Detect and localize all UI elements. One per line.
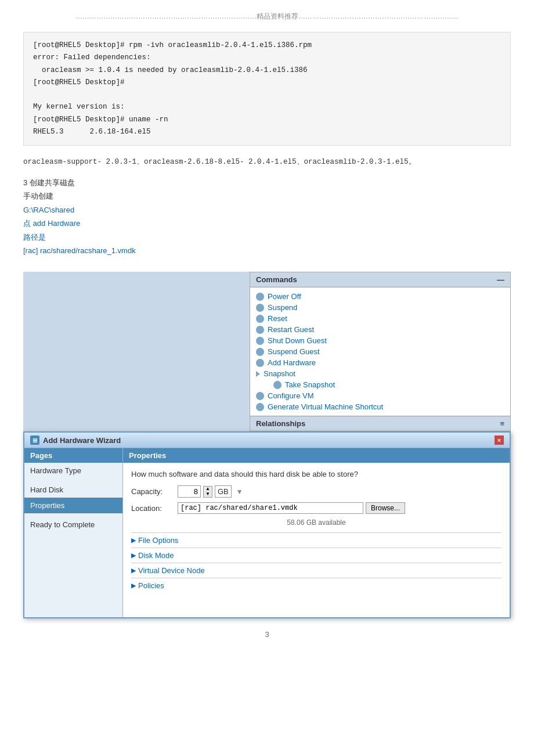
cmd-label: Generate Virtual Machine Shortcut — [268, 402, 383, 411]
commands-left-panel — [23, 272, 250, 431]
section-title: 3 创建共享磁盘 — [23, 176, 511, 189]
dialog-pages-panel: Pages Hardware Type Hard Disk Properties… — [24, 448, 123, 617]
commands-header: Commands — — [250, 272, 510, 287]
cmd-label: Add Hardware — [268, 358, 316, 367]
cmd-add-hardware[interactable]: Add Hardware — [256, 357, 504, 368]
disk-mode-section[interactable]: ▶ Disk Mode — [131, 548, 501, 563]
cmd-label: Configure VM — [268, 391, 313, 400]
cmd-restart-guest[interactable]: Restart Guest — [256, 324, 504, 335]
bullet-icon — [256, 392, 264, 400]
capacity-spinner: ▲ ▼ — [203, 486, 212, 498]
cmd-label: Shut Down Guest — [268, 336, 327, 345]
disk-mode-label: Disk Mode — [138, 551, 174, 560]
location-input[interactable] — [178, 502, 363, 514]
dialog-overlay: ⊞ Add Hardware Wizard × Pages Hardware T… — [23, 431, 511, 618]
link-add-hardware[interactable]: 点 add Hardware — [23, 219, 80, 228]
page-hardware-type[interactable]: Hardware Type — [24, 463, 122, 478]
page-ready-to-complete[interactable]: Ready to Complete — [24, 517, 122, 532]
code-line-6: [root@RHEL5 Desktop]# uname -rn — [33, 114, 501, 126]
code-line-5: My kernel version is: — [33, 101, 501, 113]
dialog-titlebar: ⊞ Add Hardware Wizard × — [24, 433, 510, 448]
bullet-icon — [273, 381, 282, 389]
capacity-input-group: ▲ ▼ GB ▼ — [178, 485, 243, 498]
available-text: 58.06 GB available — [131, 519, 501, 527]
cmd-suspend-guest[interactable]: Suspend Guest — [256, 346, 504, 357]
page-properties[interactable]: Properties — [24, 498, 122, 513]
code-line-1: [root@RHEL5 Desktop]# rpm -ivh oracleasm… — [33, 39, 501, 52]
cmd-generate-shortcut[interactable]: Generate Virtual Machine Shortcut — [256, 401, 504, 412]
paragraph1: oracleasm-support- 2.0.3-1、oracleasm-2.6… — [23, 156, 511, 168]
spinner-down-button[interactable]: ▼ — [204, 492, 212, 497]
capacity-unit: GB — [215, 485, 232, 498]
cmd-snapshot[interactable]: Snapshot — [256, 368, 504, 379]
wizard-icon: ⊞ — [30, 435, 39, 445]
commands-list: Power Off Suspend Reset Restart Guest — [250, 287, 510, 416]
cmd-power-off[interactable]: Power Off — [256, 291, 504, 302]
expand-arrow-icon: ▶ — [131, 567, 136, 574]
cmd-label: Restart Guest — [268, 325, 314, 334]
cmd-label: Suspend Guest — [268, 347, 320, 356]
link-rac-shared[interactable]: G:\RAC\shared — [23, 206, 74, 214]
code-line-4: [root@RHEL5 Desktop]# — [33, 77, 501, 89]
section-block: 3 创建共享磁盘 手动创建 G:\RAC\shared 点 add Hardwa… — [23, 176, 511, 257]
header-dots: ……………………………………………………………………精品资料推荐……………………… — [23, 12, 511, 21]
cmd-take-snapshot[interactable]: Take Snapshot — [256, 379, 504, 390]
expand-arrow-icon — [256, 371, 260, 377]
cmd-label: Take Snapshot — [285, 380, 335, 389]
cmd-label: Power Off — [268, 292, 301, 301]
code-block: [root@RHEL5 Desktop]# rpm -ivh oracleasm… — [23, 32, 511, 146]
expand-arrow-icon: ▶ — [131, 582, 136, 589]
browse-button[interactable]: Browse... — [366, 502, 405, 514]
page-hard-disk[interactable]: Hard Disk — [24, 482, 122, 498]
bullet-icon — [256, 403, 264, 411]
dialog-close-button[interactable]: × — [495, 435, 504, 445]
commands-panel: Commands — Power Off Suspend Reset — [250, 272, 511, 431]
expand-arrow-icon: ▶ — [131, 537, 136, 544]
relationships-title: Relationships — [256, 419, 305, 428]
expand-arrow-icon: ▶ — [131, 552, 136, 559]
page-number: 3 — [23, 618, 511, 645]
policies-label: Policies — [138, 581, 164, 590]
bullet-icon — [256, 304, 264, 312]
pages-header: Pages — [24, 448, 122, 463]
capacity-row: Capacity: ▲ ▼ GB ▼ — [131, 485, 501, 498]
location-row: Location: Browse... — [131, 502, 501, 514]
props-question: How much software and data should this h… — [131, 470, 501, 478]
bullet-icon — [256, 315, 264, 323]
code-line-2: error: Failed dependencies: — [33, 52, 501, 64]
policies-section[interactable]: ▶ Policies — [131, 578, 501, 593]
cmd-label: Snapshot — [264, 369, 295, 378]
bullet-icon — [256, 359, 264, 367]
dialog-title-area: ⊞ Add Hardware Wizard — [30, 435, 121, 445]
props-header: Properties — [123, 448, 510, 463]
code-line-3: oracleasm >= 1.0.4 is needed by oracleas… — [33, 64, 501, 77]
link-path[interactable]: 路径是 — [23, 233, 46, 242]
link-vmdk[interactable]: [rac] rac/shared/racshare_1.vmdk — [23, 246, 136, 255]
props-content: How much software and data should this h… — [123, 463, 510, 617]
cmd-label: Reset — [268, 314, 287, 323]
dialog-body: Pages Hardware Type Hard Disk Properties… — [24, 448, 510, 617]
unit-dropdown-arrow[interactable]: ▼ — [236, 488, 243, 496]
cmd-label: Suspend — [268, 303, 297, 312]
virtual-device-node-section[interactable]: ▶ Virtual Device Node — [131, 563, 501, 578]
relationships-header: Relationships ≡ — [250, 416, 510, 431]
code-line-7: RHEL5.3 2.6.18-164.el5 — [33, 126, 501, 138]
bullet-icon — [256, 326, 264, 334]
section-subtitle: 手动创建 — [23, 189, 511, 203]
virtual-device-node-label: Virtual Device Node — [138, 566, 205, 575]
file-options-label: File Options — [138, 536, 178, 545]
bullet-icon — [256, 293, 264, 301]
dialog-title-text: Add Hardware Wizard — [43, 436, 121, 445]
relationships-icon[interactable]: ≡ — [500, 419, 504, 428]
add-hardware-wizard-dialog: ⊞ Add Hardware Wizard × Pages Hardware T… — [23, 431, 511, 618]
capacity-input[interactable] — [178, 485, 201, 498]
bullet-icon — [256, 337, 264, 345]
file-options-section[interactable]: ▶ File Options — [131, 532, 501, 548]
cmd-configure-vm[interactable]: Configure VM — [256, 390, 504, 401]
dialog-properties-panel: Properties How much software and data sh… — [123, 448, 510, 617]
cmd-reset[interactable]: Reset — [256, 313, 504, 324]
cmd-suspend[interactable]: Suspend — [256, 302, 504, 313]
location-label: Location: — [131, 504, 178, 513]
commands-collapse-icon[interactable]: — — [497, 275, 504, 284]
cmd-shut-down-guest[interactable]: Shut Down Guest — [256, 335, 504, 346]
